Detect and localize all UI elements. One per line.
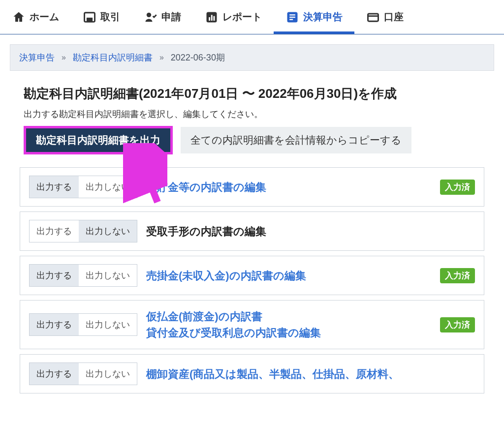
home-icon xyxy=(12,10,26,24)
nav-label: 決算申告 xyxy=(303,10,343,24)
svg-rect-4 xyxy=(209,17,210,21)
entered-badge: 入力済 xyxy=(440,180,475,195)
entered-badge: 入力済 xyxy=(440,317,475,332)
item-title-wrap: 受取手形の内訳書の編集 xyxy=(146,223,475,240)
item-title[interactable]: 売掛金(未収入金)の内訳書の編集 xyxy=(146,268,435,284)
toggle-output-on[interactable]: 出力する xyxy=(30,220,79,242)
output-toggle: 出力する出力しない xyxy=(29,313,137,336)
nav-label: レポート xyxy=(222,10,262,24)
page-subtitle: 出力する勘定科目内訳明細書を選択し、編集してください。 xyxy=(24,108,484,120)
toggle-output-on[interactable]: 出力する xyxy=(30,176,79,198)
highlight-annotation: 勘定科目内訳明細書を出力 xyxy=(24,126,173,154)
breadcrumb-current: 2022-06-30期 xyxy=(171,52,225,63)
output-button[interactable]: 勘定科目内訳明細書を出力 xyxy=(26,128,170,152)
svg-rect-6 xyxy=(214,16,215,20)
output-toggle: 出力する出力しない xyxy=(29,176,137,198)
breadcrumb: 決算申告 » 勘定科目内訳明細書 » 2022-06-30期 xyxy=(10,44,494,71)
output-toggle: 出力する出力しない xyxy=(29,362,137,385)
svg-rect-10 xyxy=(289,19,293,20)
nav-label: ホーム xyxy=(30,10,59,24)
toggle-output-off[interactable]: 出力しない xyxy=(79,363,137,385)
breadcrumb-link[interactable]: 決算申告 xyxy=(19,52,55,63)
svg-rect-9 xyxy=(289,16,295,17)
svg-rect-11 xyxy=(368,14,378,21)
item-title-line: 仮払金(前渡金)の内訳書 xyxy=(146,308,435,325)
item-title: 受取手形の内訳書の編集 xyxy=(146,223,475,240)
item-title-wrap: 仮払金(前渡金)の内訳書貸付金及び受取利息の内訳書の編集入力済 xyxy=(146,308,475,341)
item-title-wrap: 預貯金等の内訳書の編集入力済 xyxy=(146,179,475,195)
item-title[interactable]: 棚卸資産(商品又は製品、半製品、仕掛品、原材料、 xyxy=(146,366,475,382)
nav-home[interactable]: ホーム xyxy=(0,0,71,34)
entered-badge: 入力済 xyxy=(440,268,475,283)
item-row: 出力する出力しない受取手形の内訳書の編集 xyxy=(20,211,484,251)
item-title-wrap: 棚卸資産(商品又は製品、半製品、仕掛品、原材料、 xyxy=(146,366,475,382)
item-title[interactable]: 仮払金(前渡金)の内訳書貸付金及び受取利息の内訳書の編集 xyxy=(146,308,435,341)
output-toggle: 出力する出力しない xyxy=(29,220,137,242)
nav-report[interactable]: レポート xyxy=(193,0,274,34)
item-row: 出力する出力しない棚卸資産(商品又は製品、半製品、仕掛品、原材料、 xyxy=(20,354,484,393)
item-title[interactable]: 預貯金等の内訳書の編集 xyxy=(146,179,435,195)
toggle-output-off[interactable]: 出力しない xyxy=(79,176,137,198)
item-title-line: 棚卸資産(商品又は製品、半製品、仕掛品、原材料、 xyxy=(146,366,475,382)
output-toggle: 出力する出力しない xyxy=(29,264,137,287)
toggle-output-off[interactable]: 出力しない xyxy=(79,220,137,242)
breadcrumb-sep: » xyxy=(62,53,66,62)
toggle-output-off[interactable]: 出力しない xyxy=(79,314,137,335)
item-title-line: 預貯金等の内訳書の編集 xyxy=(146,179,435,195)
top-nav: ホーム 取引 申請 レポート 決算申告 口座 xyxy=(0,0,504,34)
nav-label: 口座 xyxy=(384,10,404,24)
transaction-icon xyxy=(83,10,96,24)
page-title: 勘定科目内訳明細書(2021年07月01日 〜 2022年06月30日)を作成 xyxy=(24,85,484,102)
item-list: 出力する出力しない預貯金等の内訳書の編集入力済出力する出力しない受取手形の内訳書… xyxy=(10,167,494,393)
application-icon xyxy=(144,10,158,24)
svg-point-2 xyxy=(147,12,151,17)
nav-transaction[interactable]: 取引 xyxy=(71,0,132,34)
toggle-output-on[interactable]: 出力する xyxy=(30,363,79,385)
breadcrumb-link[interactable]: 勘定科目内訳明細書 xyxy=(73,52,153,63)
settlement-icon xyxy=(285,10,299,24)
item-row: 出力する出力しない預貯金等の内訳書の編集入力済 xyxy=(20,167,484,207)
nav-label: 取引 xyxy=(100,10,120,24)
svg-rect-1 xyxy=(87,18,92,21)
item-title-line: 受取手形の内訳書の編集 xyxy=(146,223,475,240)
action-row: 勘定科目内訳明細書を出力 全ての内訳明細書を会計情報からコピーする xyxy=(10,126,494,162)
item-title-wrap: 売掛金(未収入金)の内訳書の編集入力済 xyxy=(146,268,475,284)
copy-all-button[interactable]: 全ての内訳明細書を会計情報からコピーする xyxy=(181,127,411,153)
item-row: 出力する出力しない売掛金(未収入金)の内訳書の編集入力済 xyxy=(20,256,484,295)
nav-settlement[interactable]: 決算申告 xyxy=(274,0,354,34)
toggle-output-off[interactable]: 出力しない xyxy=(79,265,137,286)
svg-rect-8 xyxy=(289,14,295,15)
nav-application[interactable]: 申請 xyxy=(132,0,193,34)
item-title-line: 貸付金及び受取利息の内訳書の編集 xyxy=(146,325,435,341)
item-row: 出力する出力しない仮払金(前渡金)の内訳書貸付金及び受取利息の内訳書の編集入力済 xyxy=(20,300,484,349)
item-title-line: 売掛金(未収入金)の内訳書の編集 xyxy=(146,268,435,284)
nav-account[interactable]: 口座 xyxy=(354,0,415,34)
toggle-output-on[interactable]: 出力する xyxy=(30,314,79,335)
account-icon xyxy=(366,10,380,24)
svg-rect-5 xyxy=(211,15,213,21)
report-icon xyxy=(205,10,219,24)
nav-label: 申請 xyxy=(161,10,181,24)
toggle-output-on[interactable]: 出力する xyxy=(30,265,79,286)
breadcrumb-sep: » xyxy=(159,53,164,62)
